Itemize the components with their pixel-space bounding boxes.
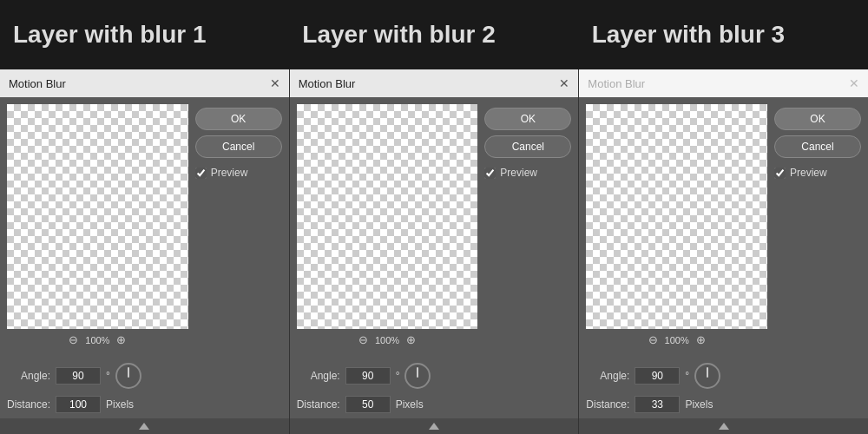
angle-row-2: Angle: °	[297, 363, 572, 389]
angle-row-1: Angle: °	[7, 363, 282, 389]
distance-unit-3: Pixels	[685, 398, 713, 411]
angle-unit-1: °	[106, 370, 110, 382]
angle-unit-2: °	[396, 370, 400, 382]
angle-dial-3[interactable]	[694, 363, 720, 389]
zoom-bar-3: ⊖ 100% ⊕	[586, 329, 767, 351]
preview-label-2: Preview	[500, 167, 537, 179]
zoom-bar-2: ⊖ 100% ⊕	[297, 329, 478, 351]
dialog-body-3: ⊖ 100% ⊕ OK Cancel Preview	[579, 97, 868, 358]
preview-label-1: Preview	[211, 167, 248, 179]
zoom-out-icon-1[interactable]: ⊖	[69, 333, 78, 346]
zoom-level-2: 100%	[375, 335, 399, 345]
zoom-out-icon-3[interactable]: ⊖	[648, 333, 658, 346]
controls-panel-3: OK Cancel Preview	[774, 104, 861, 351]
title-section-2: Layer with blur 2	[289, 0, 578, 69]
ok-button-2[interactable]: OK	[484, 108, 571, 130]
scroll-indicator-3	[719, 423, 729, 430]
zoom-level-3: 100%	[665, 335, 689, 345]
preview-container-2: ⊖ 100% ⊕	[297, 104, 478, 351]
angle-label-1: Angle:	[7, 370, 50, 382]
distance-unit-1: Pixels	[106, 398, 134, 411]
ok-button-3[interactable]: OK	[774, 108, 861, 130]
scroll-indicator-2	[429, 423, 439, 430]
dialog-body-1: ⊖ 100% ⊕ OK Cancel Preview	[0, 97, 289, 358]
dialog-title-2: Motion Blur	[299, 77, 356, 90]
distance-row-2: Distance: Pixels	[297, 396, 572, 413]
distance-label-3: Distance:	[586, 398, 629, 411]
controls-panel-2: OK Cancel Preview	[484, 104, 571, 351]
dial-line-3	[707, 367, 708, 378]
title-section-3: Layer with blur 3	[579, 0, 868, 69]
distance-input-3[interactable]	[635, 396, 680, 413]
window-title-2: Layer with blur 2	[302, 21, 496, 49]
angle-dial-2[interactable]	[404, 363, 431, 389]
distance-input-2[interactable]	[345, 396, 391, 413]
dialog-titlebar-3: Motion Blur ✕	[579, 69, 868, 97]
dialog-panel-1: Motion Blur ✕ ⊖ 100% ⊕ OK Cancel Preview	[0, 69, 290, 434]
preview-check-3[interactable]: Preview	[774, 167, 861, 179]
zoom-in-icon-3[interactable]: ⊕	[696, 333, 706, 346]
distance-input-1[interactable]	[56, 396, 101, 413]
angle-row-3: Angle: °	[586, 363, 861, 389]
dialog-titlebar-1: Motion Blur ✕	[0, 69, 289, 97]
settings-area-2: Angle: ° Distance: Pixels	[290, 358, 579, 418]
cancel-button-1[interactable]: Cancel	[195, 135, 282, 158]
controls-panel-1: OK Cancel Preview	[195, 104, 282, 351]
settings-area-1: Angle: ° Distance: Pixels	[0, 358, 289, 418]
ok-button-1[interactable]: OK	[195, 108, 282, 130]
zoom-bar-1: ⊖ 100% ⊕	[7, 329, 188, 351]
preview-checkbox-3[interactable]	[774, 168, 786, 179]
angle-input-2[interactable]	[345, 367, 391, 385]
dialog-panel-2: Motion Blur ✕ ⊖ 100% ⊕ OK Cancel Preview	[290, 69, 580, 434]
close-button-3[interactable]: ✕	[849, 77, 859, 89]
dialog-title-3: Motion Blur	[588, 77, 645, 90]
title-bar-row: Layer with blur 1 Layer with blur 2 Laye…	[0, 0, 868, 69]
bottom-bar-3	[579, 418, 868, 434]
window-title-3: Layer with blur 3	[592, 21, 786, 49]
distance-label-2: Distance:	[297, 398, 340, 411]
distance-unit-2: Pixels	[396, 398, 424, 411]
angle-input-1[interactable]	[56, 367, 101, 385]
dialog-title-1: Motion Blur	[9, 77, 66, 90]
distance-row-1: Distance: Pixels	[7, 396, 282, 413]
preview-check-1[interactable]: Preview	[195, 167, 282, 179]
checker-preview-1	[7, 104, 188, 329]
angle-input-3[interactable]	[635, 367, 680, 385]
checker-preview-3	[586, 104, 767, 329]
angle-unit-3: °	[685, 370, 689, 382]
cancel-button-2[interactable]: Cancel	[484, 135, 571, 158]
dialog-body-2: ⊖ 100% ⊕ OK Cancel Preview	[290, 97, 579, 358]
angle-dial-1[interactable]	[115, 363, 141, 389]
settings-area-3: Angle: ° Distance: Pixels	[579, 358, 868, 418]
zoom-level-1: 100%	[85, 335, 109, 345]
distance-row-3: Distance: Pixels	[586, 396, 861, 413]
cancel-button-3[interactable]: Cancel	[774, 135, 861, 158]
bottom-bar-2	[290, 418, 579, 434]
title-section-1: Layer with blur 1	[0, 0, 289, 69]
dialog-titlebar-2: Motion Blur ✕	[290, 69, 579, 97]
zoom-out-icon-2[interactable]: ⊖	[358, 333, 368, 346]
close-button-1[interactable]: ✕	[270, 77, 280, 89]
preview-checkbox-1[interactable]	[195, 168, 207, 179]
window-title-1: Layer with blur 1	[13, 21, 207, 49]
dialogs-row: Motion Blur ✕ ⊖ 100% ⊕ OK Cancel Preview	[0, 69, 868, 434]
preview-container-1: ⊖ 100% ⊕	[7, 104, 188, 351]
dialog-panel-3: Motion Blur ✕ ⊖ 100% ⊕ OK Cancel Preview	[579, 69, 868, 434]
preview-container-3: ⊖ 100% ⊕	[586, 104, 767, 351]
close-button-2[interactable]: ✕	[559, 77, 569, 89]
angle-label-2: Angle:	[297, 370, 340, 382]
preview-checkbox-2[interactable]	[484, 168, 496, 179]
zoom-in-icon-1[interactable]: ⊕	[116, 333, 126, 346]
zoom-in-icon-2[interactable]: ⊕	[406, 333, 416, 346]
distance-label-1: Distance:	[7, 398, 50, 411]
scroll-indicator-1	[139, 423, 149, 430]
preview-label-3: Preview	[790, 167, 827, 179]
dial-line-2	[417, 367, 418, 378]
dial-line-1	[128, 367, 129, 378]
bottom-bar-1	[0, 418, 289, 434]
checker-preview-2	[297, 104, 478, 329]
angle-label-3: Angle:	[586, 370, 629, 382]
preview-check-2[interactable]: Preview	[484, 167, 571, 179]
